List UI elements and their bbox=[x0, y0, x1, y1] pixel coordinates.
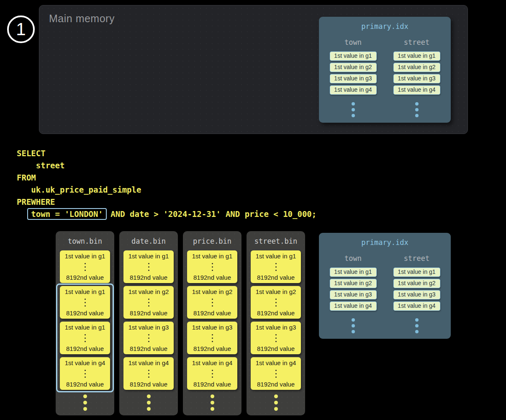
dot bbox=[212, 370, 213, 371]
dot bbox=[148, 302, 149, 303]
dot bbox=[211, 401, 214, 405]
index-mark-cell: 1st value in g4 bbox=[393, 301, 440, 311]
column-file-town.bin: town.bin1st value in g18192nd value1st v… bbox=[56, 231, 114, 415]
dot bbox=[83, 401, 87, 405]
granule-first-value: 1st value in g2 bbox=[192, 289, 233, 295]
dot bbox=[275, 370, 277, 371]
dot bbox=[275, 305, 277, 307]
dot bbox=[85, 270, 86, 271]
index-mark-cell: 1st value in g3 bbox=[330, 290, 377, 299]
granule-cell: 1st value in g48192nd value bbox=[251, 357, 301, 390]
dot bbox=[415, 108, 419, 111]
dot bbox=[148, 305, 149, 307]
granule-last-value: 8192nd value bbox=[130, 381, 167, 387]
ellipsis-dots bbox=[247, 394, 305, 411]
dot bbox=[148, 270, 149, 271]
dot bbox=[83, 394, 87, 398]
ellipsis-dots bbox=[212, 299, 213, 307]
index-column-town: town1st value in g11st value in g21st va… bbox=[330, 36, 377, 117]
index-column-header: town bbox=[344, 254, 362, 263]
granule-last-value: 8192nd value bbox=[130, 310, 167, 316]
sql-line-table: uk.uk_price_paid_simple bbox=[17, 184, 316, 196]
ellipsis-dots bbox=[148, 334, 149, 342]
step-number: 1 bbox=[16, 21, 26, 38]
dot bbox=[275, 376, 277, 378]
granule-cell: 1st value in g28192nd value bbox=[187, 286, 237, 319]
dot bbox=[212, 305, 213, 307]
granule-cell: 1st value in g18192nd value bbox=[187, 250, 237, 283]
granule-first-value: 1st value in g3 bbox=[192, 324, 233, 330]
dot bbox=[148, 370, 149, 371]
granule-first-value: 1st value in g4 bbox=[256, 360, 296, 366]
dot bbox=[275, 341, 277, 342]
dot bbox=[148, 373, 149, 374]
index-mark-cell: 1st value in g2 bbox=[393, 63, 440, 72]
granule-cell: 1st value in g48192nd value bbox=[187, 357, 237, 390]
granule-first-value: 1st value in g3 bbox=[128, 324, 169, 330]
diagram-canvas: 1 Main memory primary.idxtown1st value i… bbox=[0, 0, 506, 420]
column-file-price.bin: price.bin1st value in g18192nd value1st … bbox=[183, 231, 241, 415]
selected-granules-highlight bbox=[56, 283, 114, 392]
dot bbox=[275, 270, 277, 271]
dot bbox=[148, 299, 149, 300]
dot bbox=[148, 341, 149, 342]
dot bbox=[211, 394, 214, 398]
granule-first-value: 1st value in g4 bbox=[128, 360, 169, 366]
dot bbox=[147, 401, 151, 405]
dot bbox=[212, 302, 213, 303]
sql-line-predicates: town = 'LONDON' AND date > '2024-12-31' … bbox=[17, 208, 316, 220]
granule-last-value: 8192nd value bbox=[257, 274, 295, 281]
dot bbox=[148, 266, 149, 268]
granule-first-value: 1st value in g1 bbox=[256, 253, 296, 259]
granule-cell: 1st value in g18192nd value bbox=[123, 250, 174, 283]
index-mark-cell: 1st value in g4 bbox=[330, 301, 377, 311]
ellipsis-dots bbox=[148, 370, 149, 378]
primary-idx-title: primary.idx bbox=[319, 22, 451, 31]
granule-last-value: 8192nd value bbox=[130, 345, 167, 352]
dot bbox=[415, 330, 419, 333]
primary-idx-panel-memory: primary.idxtown1st value in g11st value … bbox=[319, 17, 451, 123]
granule-first-value: 1st value in g2 bbox=[256, 289, 296, 295]
dot bbox=[212, 299, 213, 300]
ellipsis-dots bbox=[415, 102, 419, 117]
dot bbox=[148, 334, 149, 335]
index-column-street: street1st value in g11st value in g21st … bbox=[393, 253, 440, 333]
ellipsis-dots bbox=[148, 263, 149, 271]
index-mark-cell: 1st value in g2 bbox=[393, 279, 440, 288]
index-column-header: town bbox=[344, 38, 362, 46]
ellipsis-dots bbox=[212, 370, 213, 378]
dot bbox=[212, 341, 213, 342]
primary-idx-columns: town1st value in g11st value in g21st va… bbox=[319, 253, 451, 333]
bin-title: price.bin bbox=[183, 231, 241, 246]
dot bbox=[212, 338, 213, 339]
ellipsis-dots bbox=[212, 334, 213, 342]
dot bbox=[83, 407, 87, 411]
dot bbox=[352, 318, 355, 322]
granule-cell: 1st value in g28192nd value bbox=[251, 286, 301, 319]
town-predicate-highlight: town = 'LONDON' bbox=[27, 208, 107, 220]
index-mark-cell: 1st value in g4 bbox=[330, 85, 377, 95]
main-memory-panel: Main memory primary.idxtown1st value in … bbox=[39, 5, 468, 134]
granule-cell: 1st value in g28192nd value bbox=[123, 286, 174, 319]
index-mark-cell: 1st value in g1 bbox=[330, 52, 377, 61]
granule-first-value: 1st value in g1 bbox=[128, 253, 169, 259]
index-column-street: street1st value in g11st value in g21st … bbox=[393, 36, 440, 117]
ellipsis-dots bbox=[415, 318, 419, 333]
bin-title: date.bin bbox=[119, 231, 178, 246]
sql-query: SELECT streetFROM uk.uk_price_paid_simpl… bbox=[17, 147, 316, 220]
ellipsis-dots bbox=[212, 263, 213, 271]
index-mark-cell: 1st value in g3 bbox=[393, 290, 440, 299]
dot bbox=[274, 401, 278, 405]
granule-cell: 1st value in g48192nd value bbox=[123, 357, 174, 390]
column-bin-files: town.bin1st value in g18192nd value1st v… bbox=[56, 231, 305, 415]
primary-idx-panel-disk: primary.idxtown1st value in g11st value … bbox=[319, 233, 451, 339]
index-mark-cell: 1st value in g3 bbox=[393, 74, 440, 83]
main-memory-title: Main memory bbox=[49, 13, 115, 25]
sql-line-prewhere: PREWHERE bbox=[17, 196, 316, 208]
dot bbox=[275, 302, 277, 303]
granule-last-value: 8192nd value bbox=[193, 345, 231, 352]
granule-last-value: 8192nd value bbox=[130, 274, 167, 281]
dot bbox=[211, 407, 214, 411]
granule-list: 1st value in g18192nd value1st value in … bbox=[183, 250, 241, 390]
dot bbox=[275, 266, 277, 268]
